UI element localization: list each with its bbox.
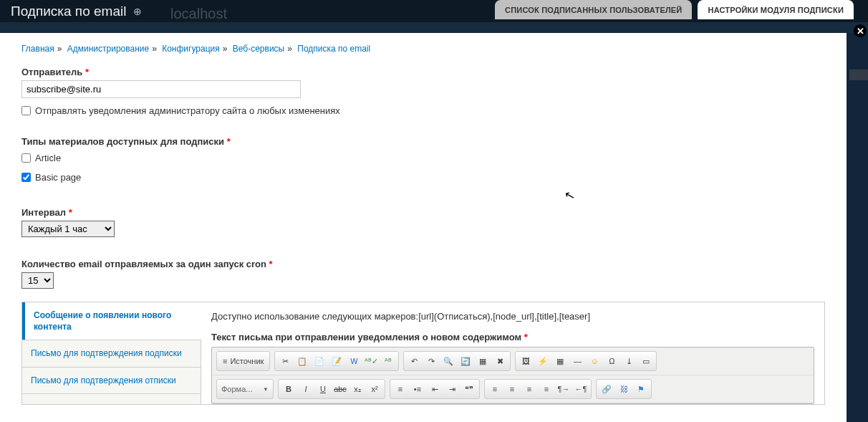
tab-subscribed-users[interactable]: СПИСОК ПОДПИСАННЫХ ПОЛЬЗОВАТЕЛЕЙ (495, 0, 692, 19)
cke-removeformat-icon[interactable]: ✖ (491, 353, 508, 369)
notify-admin-checkbox[interactable] (21, 106, 31, 115)
cke-italic-icon[interactable]: I (297, 381, 314, 397)
vtab-confirm-subscribe[interactable]: Письмо для подтверждения подписки (22, 340, 201, 367)
cke-flash-icon[interactable]: ⚡ (534, 353, 551, 369)
overlay-backdrop-right (847, 33, 868, 405)
cke-anchor-icon[interactable]: ⚑ (632, 381, 650, 397)
cke-find-icon[interactable]: 🔍 (440, 353, 457, 369)
cke-numberedlist-icon[interactable]: ≡ (392, 381, 409, 397)
page-header-bar: Подписка по email ⊕ localhost СПИСОК ПОД… (0, 0, 868, 22)
content-type-basicpage-label: Basic page (35, 172, 81, 183)
close-icon[interactable]: ✕ (854, 24, 867, 37)
cke-cut-icon[interactable]: ✂ (276, 353, 294, 369)
cke-align-justify-icon[interactable]: ≡ (538, 381, 555, 397)
primary-tabs: СПИСОК ПОДПИСАННЫХ ПОЛЬЗОВАТЕЛЕЙ НАСТРОЙ… (495, 0, 854, 19)
cke-strike-icon[interactable]: abc (332, 381, 349, 397)
cke-bulletlist-icon[interactable]: •≡ (409, 381, 426, 397)
cke-iframe-icon[interactable]: ▭ (637, 353, 655, 369)
content-type-article-checkbox[interactable] (21, 153, 31, 163)
cke-source-label: Источник (230, 357, 264, 365)
cke-align-left-icon[interactable]: ≡ (486, 381, 503, 397)
add-icon[interactable]: ⊕ (133, 6, 142, 17)
cke-bold-icon[interactable]: B (280, 381, 297, 397)
breadcrumb-link[interactable]: Главная (21, 44, 54, 54)
breadcrumb-link[interactable]: Подписка по email (297, 44, 370, 54)
editor-field-label: Текст письма при отправлении уведомления… (211, 332, 814, 342)
cke-specialchar-icon[interactable]: Ω (603, 353, 620, 369)
cke-underline-icon[interactable]: U (314, 381, 332, 397)
cke-subscript-icon[interactable]: x₂ (349, 381, 366, 397)
mouse-cursor-icon: ↖ (563, 187, 577, 204)
interval-row: Интервал * Каждый 1 час (21, 207, 825, 237)
notify-admin-row: Отправлять уведомления администратору са… (21, 105, 825, 116)
tokens-help-text: Доступно использование следующих маркеро… (211, 311, 814, 322)
sender-label: Отправитель * (21, 67, 89, 77)
host-label: localhost (170, 6, 227, 22)
cke-format-combo[interactable]: Форма... ▼ (216, 379, 274, 399)
cke-bidiltr-icon[interactable]: ¶→ (555, 381, 572, 397)
cke-blockquote-icon[interactable]: ❝❞ (460, 381, 478, 397)
cke-align-center-icon[interactable]: ≡ (503, 381, 521, 397)
content-types-label: Типы материалов доступных для подписки * (21, 136, 231, 147)
cke-paste-text-icon[interactable]: 📝 (328, 353, 345, 369)
cke-outdent-icon[interactable]: ⇤ (426, 381, 443, 397)
sender-row: Отправитель * (21, 67, 825, 98)
cke-scayt-icon[interactable]: ᴬᴮ (380, 353, 397, 369)
content-type-article-label: Article (35, 153, 61, 163)
breadcrumb-link[interactable]: Веб-сервисы (233, 44, 284, 54)
cke-undo-icon[interactable]: ↶ (405, 353, 423, 369)
cke-copy-icon[interactable]: 📋 (294, 353, 311, 369)
overlay-backdrop-band (849, 69, 868, 80)
vtab-confirm-unsubscribe[interactable]: Письмо для подтверждения отписки (22, 368, 201, 394)
cke-link-icon[interactable]: 🔗 (598, 381, 615, 397)
vtab-content: Доступно использование следующих маркеро… (201, 302, 824, 404)
cke-pagebreak-icon[interactable]: ⤓ (620, 353, 637, 369)
cke-hr-icon[interactable]: — (569, 353, 586, 369)
cke-superscript-icon[interactable]: x² (366, 381, 383, 397)
cron-count-row: Количество email отправляемых за один за… (21, 259, 825, 289)
sender-input[interactable] (21, 80, 301, 98)
cke-redo-icon[interactable]: ↷ (423, 353, 440, 369)
cke-indent-icon[interactable]: ⇥ (443, 381, 460, 397)
breadcrumb: Главная» Администрирование» Конфигурация… (21, 44, 825, 54)
vertical-tabs-list: Сообщение о появлении нового контента Пи… (22, 302, 201, 404)
notify-admin-label: Отправлять уведомления администратору са… (35, 105, 340, 116)
cke-spellcheck-icon[interactable]: ᴬᴮ✓ (362, 353, 380, 369)
cke-paste-icon[interactable]: 📄 (311, 353, 328, 369)
chevron-down-icon: ▼ (263, 386, 269, 393)
source-icon: ≡ (223, 357, 227, 365)
cke-table-icon[interactable]: ▦ (551, 353, 569, 369)
cron-count-label: Количество email отправляемых за один за… (21, 259, 273, 269)
page-title: Подписка по email (11, 4, 126, 19)
overlay-content: Главная» Администрирование» Конфигурация… (0, 33, 847, 405)
cron-count-select[interactable]: 15 (21, 272, 54, 289)
ckeditor-toolbar: ≡ Источник ✂ 📋 📄 📝 W ᴬᴮ✓ ᴬᴮ ↶ (211, 347, 814, 404)
vertical-tabs-panel: Сообщение о появлении нового контента Пи… (21, 302, 825, 405)
cke-image-icon[interactable]: 🖼 (517, 353, 534, 369)
cke-smiley-icon[interactable]: ☺ (586, 353, 603, 369)
cke-source-button[interactable]: ≡ Источник (218, 353, 268, 369)
tab-module-settings[interactable]: НАСТРОЙКИ МОДУЛЯ ПОДПИСКИ (698, 0, 854, 19)
interval-select[interactable]: Каждый 1 час (21, 221, 115, 237)
cke-format-label: Форма... (221, 385, 252, 393)
content-types-row: Типы материалов доступных для подписки *… (21, 136, 825, 183)
vtab-new-content[interactable]: Сообщение о появлении нового контента (22, 302, 201, 340)
breadcrumb-link[interactable]: Администрирование (67, 44, 149, 54)
cke-paste-word-icon[interactable]: W (345, 353, 362, 369)
content-type-basicpage-checkbox[interactable] (21, 173, 31, 182)
cke-replace-icon[interactable]: 🔄 (457, 353, 474, 369)
cke-bidirtl-icon[interactable]: ←¶ (572, 381, 589, 397)
cke-unlink-icon[interactable]: ⛓ (615, 381, 632, 397)
cke-selectall-icon[interactable]: ▦ (474, 353, 491, 369)
breadcrumb-link[interactable]: Конфигурация (162, 44, 220, 54)
cke-align-right-icon[interactable]: ≡ (521, 381, 538, 397)
header-shadow-strip (0, 22, 868, 33)
interval-label: Интервал * (21, 207, 72, 218)
